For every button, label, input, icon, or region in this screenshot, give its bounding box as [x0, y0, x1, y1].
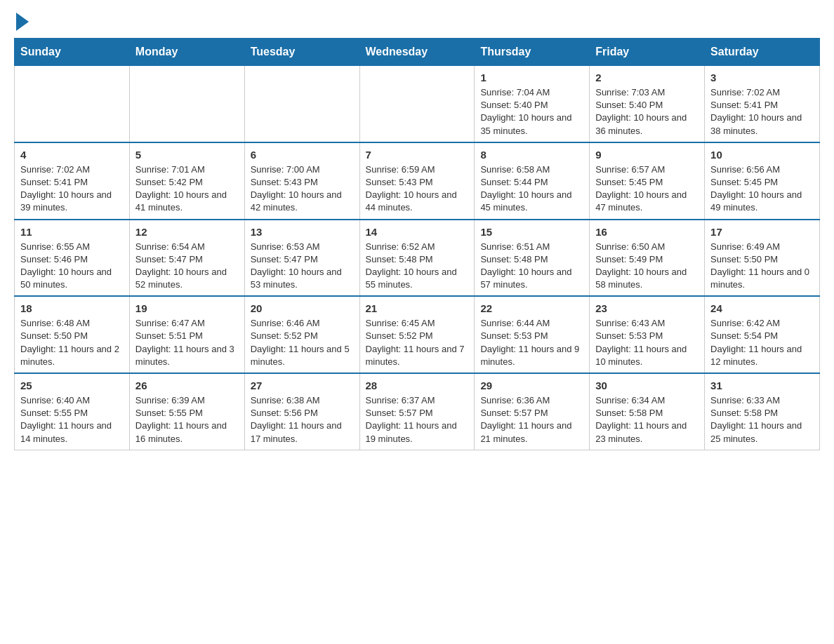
calendar-cell: [129, 66, 244, 142]
day-number: 22: [480, 301, 583, 316]
day-number: 9: [595, 147, 699, 162]
day-number: 1: [480, 70, 583, 85]
day-info: Sunrise: 6:59 AM: [366, 163, 469, 176]
day-info: Sunrise: 6:39 AM: [135, 394, 239, 407]
day-info: Daylight: 10 hours and 50 minutes.: [20, 266, 124, 291]
day-info: Daylight: 11 hours and 2 minutes.: [20, 343, 124, 368]
day-header-friday: Friday: [590, 39, 705, 66]
day-number: 21: [366, 301, 469, 316]
day-info: Sunrise: 6:48 AM: [20, 317, 124, 330]
day-info: Sunrise: 6:57 AM: [595, 163, 699, 176]
day-info: Daylight: 10 hours and 52 minutes.: [135, 266, 239, 291]
day-info: Sunset: 5:49 PM: [595, 253, 699, 266]
day-number: 6: [251, 147, 354, 162]
calendar-cell: 18Sunrise: 6:48 AMSunset: 5:50 PMDayligh…: [15, 296, 130, 373]
calendar-cell: 23Sunrise: 6:43 AMSunset: 5:53 PMDayligh…: [590, 296, 705, 373]
calendar-cell: 7Sunrise: 6:59 AMSunset: 5:43 PMDaylight…: [359, 142, 475, 220]
day-info: Sunset: 5:40 PM: [595, 99, 699, 112]
day-info: Sunset: 5:47 PM: [135, 253, 239, 266]
calendar-cell: 24Sunrise: 6:42 AMSunset: 5:54 PMDayligh…: [705, 296, 820, 373]
day-info: Sunrise: 6:37 AM: [366, 394, 469, 407]
day-number: 5: [135, 147, 239, 162]
day-info: Sunset: 5:53 PM: [480, 330, 583, 342]
day-info: Sunset: 5:43 PM: [251, 176, 354, 189]
calendar-week-row: 1Sunrise: 7:04 AMSunset: 5:40 PMDaylight…: [15, 66, 820, 142]
day-info: Daylight: 10 hours and 35 minutes.: [480, 112, 583, 137]
calendar-cell: 14Sunrise: 6:52 AMSunset: 5:48 PMDayligh…: [359, 220, 475, 297]
calendar-cell: 30Sunrise: 6:34 AMSunset: 5:58 PMDayligh…: [590, 373, 705, 450]
day-number: 31: [710, 378, 814, 393]
day-info: Sunrise: 6:52 AM: [366, 241, 469, 253]
calendar-week-row: 25Sunrise: 6:40 AMSunset: 5:55 PMDayligh…: [15, 373, 820, 450]
day-info: Sunset: 5:42 PM: [135, 176, 239, 189]
day-info: Daylight: 11 hours and 9 minutes.: [480, 343, 583, 368]
day-info: Sunrise: 6:45 AM: [366, 317, 469, 330]
day-info: Sunset: 5:44 PM: [480, 176, 583, 189]
day-info: Sunrise: 6:58 AM: [480, 163, 583, 176]
day-info: Daylight: 11 hours and 3 minutes.: [135, 343, 239, 368]
day-info: Daylight: 10 hours and 58 minutes.: [595, 266, 699, 291]
day-info: Sunset: 5:53 PM: [595, 330, 699, 342]
day-info: Daylight: 10 hours and 41 minutes.: [135, 189, 239, 214]
calendar-cell: 9Sunrise: 6:57 AMSunset: 5:45 PMDaylight…: [590, 142, 705, 220]
calendar-cell: 20Sunrise: 6:46 AMSunset: 5:52 PMDayligh…: [244, 296, 359, 373]
calendar-cell: 27Sunrise: 6:38 AMSunset: 5:56 PMDayligh…: [244, 373, 359, 450]
day-info: Sunset: 5:43 PM: [366, 176, 469, 189]
day-info: Sunrise: 6:34 AM: [595, 394, 699, 407]
calendar-cell: 12Sunrise: 6:54 AMSunset: 5:47 PMDayligh…: [129, 220, 244, 297]
calendar-cell: 2Sunrise: 7:03 AMSunset: 5:40 PMDaylight…: [590, 66, 705, 142]
day-header-saturday: Saturday: [705, 39, 820, 66]
day-number: 7: [366, 147, 469, 162]
day-info: Sunset: 5:47 PM: [251, 253, 354, 266]
day-info: Sunset: 5:50 PM: [20, 330, 124, 342]
day-number: 2: [595, 70, 699, 85]
day-number: 8: [480, 147, 583, 162]
day-info: Daylight: 10 hours and 55 minutes.: [366, 266, 469, 291]
day-info: Daylight: 10 hours and 53 minutes.: [251, 266, 354, 291]
calendar-cell: 1Sunrise: 7:04 AMSunset: 5:40 PMDaylight…: [475, 66, 590, 142]
day-info: Sunset: 5:40 PM: [480, 99, 583, 112]
day-info: Daylight: 11 hours and 5 minutes.: [251, 343, 354, 368]
day-info: Sunrise: 7:00 AM: [251, 163, 354, 176]
day-number: 14: [366, 224, 469, 239]
day-info: Sunrise: 7:02 AM: [710, 86, 814, 99]
page-header: [14, 14, 820, 31]
calendar-cell: 21Sunrise: 6:45 AMSunset: 5:52 PMDayligh…: [359, 296, 475, 373]
day-info: Daylight: 11 hours and 14 minutes.: [20, 420, 124, 445]
day-info: Sunset: 5:56 PM: [251, 407, 354, 420]
day-info: Sunrise: 6:56 AM: [710, 163, 814, 176]
calendar-cell: 10Sunrise: 6:56 AMSunset: 5:45 PMDayligh…: [705, 142, 820, 220]
day-number: 17: [710, 224, 814, 239]
day-info: Daylight: 11 hours and 7 minutes.: [366, 343, 469, 368]
day-header-thursday: Thursday: [475, 39, 590, 66]
day-info: Sunrise: 6:55 AM: [20, 241, 124, 253]
calendar-cell: 15Sunrise: 6:51 AMSunset: 5:48 PMDayligh…: [475, 220, 590, 297]
day-number: 19: [135, 301, 239, 316]
day-info: Sunrise: 6:53 AM: [251, 241, 354, 253]
day-number: 29: [480, 378, 583, 393]
day-info: Sunset: 5:41 PM: [20, 176, 124, 189]
calendar-cell: 11Sunrise: 6:55 AMSunset: 5:46 PMDayligh…: [15, 220, 130, 297]
day-info: Daylight: 10 hours and 49 minutes.: [710, 189, 814, 214]
day-info: Sunset: 5:52 PM: [251, 330, 354, 342]
calendar-cell: 26Sunrise: 6:39 AMSunset: 5:55 PMDayligh…: [129, 373, 244, 450]
day-info: Sunrise: 6:36 AM: [480, 394, 583, 407]
calendar-cell: 25Sunrise: 6:40 AMSunset: 5:55 PMDayligh…: [15, 373, 130, 450]
day-info: Sunset: 5:58 PM: [595, 407, 699, 420]
day-number: 30: [595, 378, 699, 393]
day-header-tuesday: Tuesday: [244, 39, 359, 66]
day-info: Sunset: 5:58 PM: [710, 407, 814, 420]
day-info: Sunrise: 6:33 AM: [710, 394, 814, 407]
day-info: Daylight: 11 hours and 25 minutes.: [710, 420, 814, 445]
day-number: 23: [595, 301, 699, 316]
day-number: 26: [135, 378, 239, 393]
day-info: Sunset: 5:55 PM: [20, 407, 124, 420]
calendar-cell: 6Sunrise: 7:00 AMSunset: 5:43 PMDaylight…: [244, 142, 359, 220]
calendar-cell: 31Sunrise: 6:33 AMSunset: 5:58 PMDayligh…: [705, 373, 820, 450]
day-info: Sunrise: 6:38 AM: [251, 394, 354, 407]
day-info: Daylight: 11 hours and 16 minutes.: [135, 420, 239, 445]
day-info: Sunrise: 6:43 AM: [595, 317, 699, 330]
day-number: 4: [20, 147, 124, 162]
calendar-cell: 19Sunrise: 6:47 AMSunset: 5:51 PMDayligh…: [129, 296, 244, 373]
calendar-cell: [244, 66, 359, 142]
